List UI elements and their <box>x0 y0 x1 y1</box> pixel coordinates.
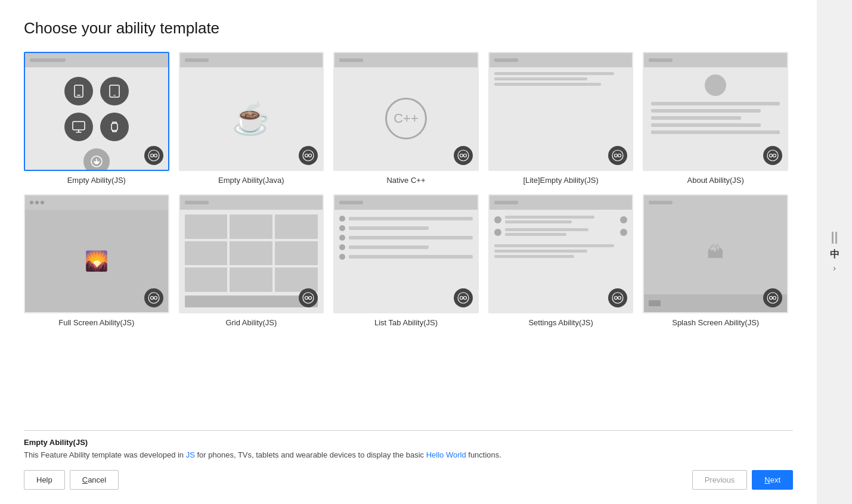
template-card-settings-ability-js[interactable] <box>488 194 634 313</box>
card-topbar-lite <box>489 53 633 67</box>
template-item-about-ability-js[interactable]: About Ability(JS) <box>643 52 788 185</box>
desc-link-js[interactable]: JS <box>186 450 195 459</box>
template-card-empty-ability-js[interactable] <box>24 52 169 171</box>
splash-btn <box>649 300 661 306</box>
side-panel: 中 › <box>817 0 852 504</box>
side-char: 中 <box>830 248 839 261</box>
card-badge-lite <box>608 146 627 165</box>
template-item-listtab-ability-js[interactable]: List Tab Ability(JS) <box>333 194 479 327</box>
dot <box>35 201 39 204</box>
image-placeholder-icon: 🌄 <box>85 250 109 272</box>
monitor-icon <box>64 113 93 141</box>
template-item-grid-ability-js[interactable]: Grid Ability(JS) <box>179 194 324 327</box>
template-card-about-ability-js[interactable] <box>643 52 788 171</box>
settings-dot <box>494 216 501 223</box>
help-button[interactable]: Help <box>24 470 65 490</box>
svg-point-31 <box>463 297 466 300</box>
grid-footer <box>185 295 318 307</box>
about-line <box>651 109 760 113</box>
svg-point-22 <box>773 154 776 157</box>
list-dot <box>339 254 345 260</box>
list-dot <box>339 216 345 222</box>
more-devices-icon <box>83 148 110 171</box>
previous-button[interactable]: Previous <box>692 470 748 490</box>
template-item-settings-ability-js[interactable]: Settings Ability(JS) <box>488 194 634 327</box>
settings-dot-right <box>620 216 627 223</box>
lite-line <box>494 83 601 86</box>
card-topbar-fullscreen <box>25 195 168 210</box>
svg-point-30 <box>460 297 463 300</box>
template-card-fullscreen-ability-js[interactable]: 🌄 <box>24 194 169 313</box>
svg-point-34 <box>618 297 621 300</box>
dot <box>41 201 44 204</box>
template-label-splash-screen-ability-js: Splash Screen Ability(JS) <box>672 318 759 327</box>
settings-dot-right <box>620 229 627 236</box>
template-item-splash-screen-ability-js[interactable]: 🏔 Splash Screen Ability( <box>643 194 788 327</box>
card-topbar-splash <box>644 195 787 210</box>
template-card-empty-ability-java[interactable]: ☕ <box>179 52 324 171</box>
svg-rect-5 <box>111 123 117 130</box>
template-label-listtab-ability-js: List Tab Ability(JS) <box>374 318 438 327</box>
desc-text-middle: for phones, TVs, tablets and wearable de… <box>195 450 426 459</box>
side-bar <box>832 232 834 244</box>
coffee-icon: ☕ <box>232 101 271 137</box>
expand-icon[interactable]: › <box>833 263 836 273</box>
desc-text-after: functions. <box>466 450 501 459</box>
template-card-lite-empty-js[interactable] <box>488 52 634 171</box>
watch-icon <box>100 113 129 141</box>
card-badge-grid <box>299 288 318 307</box>
grid-cell <box>185 267 228 292</box>
svg-point-18 <box>615 154 618 157</box>
card-badge-java <box>299 146 318 165</box>
about-line <box>651 116 741 120</box>
template-item-empty-ability-js[interactable]: Empty Ability(JS) <box>24 52 169 185</box>
list-row <box>339 235 473 241</box>
card-badge-about <box>763 146 782 165</box>
list-line <box>349 226 429 230</box>
about-line <box>651 130 780 134</box>
list-line <box>349 245 429 249</box>
desc-link-hello-world[interactable]: Hello World <box>426 450 466 459</box>
topbar-dots <box>30 201 44 204</box>
grid-cell <box>230 214 272 239</box>
template-item-empty-ability-java[interactable]: ☕ Empty Ability(Java) <box>179 52 324 185</box>
template-card-native-cpp[interactable]: C++ <box>333 52 479 171</box>
card-topbar-settings <box>489 195 633 210</box>
template-item-native-cpp[interactable]: C++ Native C++ <box>333 52 479 185</box>
template-label-native-cpp: Native C++ <box>386 176 425 185</box>
topbar-line <box>339 201 363 204</box>
svg-point-7 <box>95 161 97 163</box>
side-bars <box>832 232 837 244</box>
cpp-icon: C++ <box>385 98 427 139</box>
settings-line <box>505 228 589 231</box>
settings-line <box>505 216 594 219</box>
list-line <box>349 255 473 259</box>
settings-line <box>494 244 614 247</box>
template-label-about-ability-js: About Ability(JS) <box>687 176 744 185</box>
svg-point-27 <box>305 297 308 300</box>
list-row <box>339 244 473 250</box>
next-button[interactable]: Next <box>752 470 793 490</box>
template-card-grid-ability-js[interactable] <box>179 194 324 313</box>
cancel-button[interactable]: Cancel <box>70 470 119 490</box>
svg-point-19 <box>618 154 621 157</box>
template-item-fullscreen-ability-js[interactable]: 🌄 Full Screen Ability(JS) <box>24 194 169 327</box>
grid-cell <box>275 241 318 266</box>
template-item-lite-empty-js[interactable]: [Lite]Empty Ability(JS) <box>488 52 634 185</box>
card-badge-fullscreen <box>144 288 163 307</box>
grid-row <box>185 214 318 239</box>
svg-point-9 <box>150 154 153 157</box>
page-title: Choose your ability template <box>24 19 793 38</box>
topbar-line <box>494 58 518 62</box>
topbar-line <box>649 201 673 204</box>
card-topbar <box>25 53 168 67</box>
settings-line <box>494 250 588 253</box>
grid-row <box>185 267 318 292</box>
grid-cell <box>185 241 228 266</box>
template-label-grid-ability-js: Grid Ability(JS) <box>225 318 277 327</box>
svg-rect-3 <box>113 95 116 96</box>
mountain-icon: 🏔 <box>707 242 724 262</box>
footer-buttons: Help Cancel Previous Next <box>24 465 793 490</box>
template-card-listtab-ability-js[interactable] <box>333 194 479 313</box>
template-card-splash-screen-ability-js[interactable]: 🏔 <box>643 194 788 313</box>
